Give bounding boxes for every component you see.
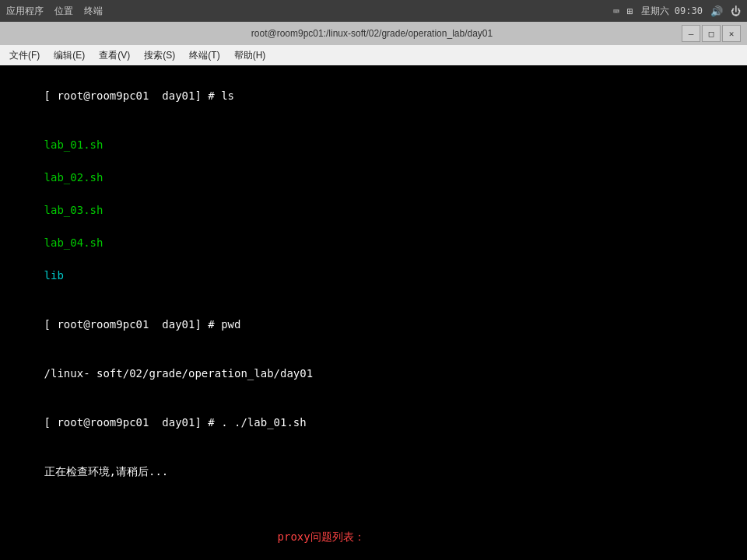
terminal-window: root@room9pc01:/linux-soft/02/grade/oper… bbox=[0, 22, 747, 560]
checking-output: 正在检查环境,请稍后... bbox=[5, 447, 742, 496]
prompt-ls: [ root@room9pc01 day01] # bbox=[44, 89, 222, 102]
close-button[interactable]: ✕ bbox=[722, 25, 741, 42]
prompt-pwd: [ root@room9pc01 day01] # bbox=[44, 318, 222, 331]
file-lab02: lab_02.sh bbox=[44, 171, 103, 184]
pwd-output: /linux- soft/02/grade/operation_lab/day0… bbox=[5, 349, 742, 398]
empty-line-1 bbox=[5, 496, 742, 513]
cmd-pwd: pwd bbox=[221, 318, 240, 331]
system-bar: 应用程序 位置 终端 ⌨ ⊞ 星期六 09:30 🔊 ⏻ bbox=[0, 0, 747, 22]
system-bar-left: 应用程序 位置 终端 bbox=[6, 5, 103, 18]
menu-edit[interactable]: 编辑(E) bbox=[47, 47, 91, 64]
sound-icon: 🔊 bbox=[710, 5, 723, 17]
ls-output: lab_01.sh lab_02.sh lab_03.sh lab_04.sh … bbox=[5, 121, 742, 300]
menu-file[interactable]: 文件(F) bbox=[3, 47, 46, 64]
menu-view[interactable]: 查看(V) bbox=[93, 47, 136, 64]
menu-search[interactable]: 搜索(S) bbox=[138, 47, 181, 64]
power-icon: ⏻ bbox=[731, 5, 741, 17]
cmd-ls: ls bbox=[221, 89, 234, 102]
minimize-button[interactable]: — bbox=[682, 25, 700, 42]
location-menu[interactable]: 位置 bbox=[54, 5, 73, 18]
keyboard-icon: ⌨ bbox=[613, 5, 619, 17]
maximize-button[interactable]: □ bbox=[702, 25, 721, 42]
system-bar-right: ⌨ ⊞ 星期六 09:30 🔊 ⏻ bbox=[613, 5, 741, 18]
window-controls: — □ ✕ bbox=[682, 25, 741, 42]
menu-terminal[interactable]: 终端(T) bbox=[183, 47, 226, 64]
cmd-run: . ./lab_01.sh bbox=[221, 416, 307, 429]
terminal-titlebar: root@room9pc01:/linux-soft/02/grade/oper… bbox=[0, 22, 747, 45]
menu-help[interactable]: 帮助(H) bbox=[228, 47, 272, 64]
network-icon: ⊞ bbox=[627, 5, 633, 17]
menu-bar: 文件(F) 编辑(E) 查看(V) 搜索(S) 终端(T) 帮助(H) bbox=[0, 45, 747, 65]
terminal-content[interactable]: [ root@room9pc01 day01] # ls lab_01.sh l… bbox=[0, 65, 747, 560]
apps-menu[interactable]: 应用程序 bbox=[6, 5, 44, 18]
system-time: 星期六 09:30 bbox=[641, 5, 703, 18]
terminal-menu[interactable]: 终端 bbox=[84, 5, 103, 18]
proxy-title: proxy问题列表： bbox=[278, 530, 365, 543]
file-lib: lib bbox=[44, 269, 64, 282]
prompt-run: [ root@room9pc01 day01] # bbox=[44, 416, 222, 429]
proxy-title-line: proxy问题列表： bbox=[5, 513, 742, 560]
file-lab01: lab_01.sh bbox=[44, 138, 103, 151]
file-lab04: lab_04.sh bbox=[44, 236, 103, 249]
file-lab03: lab_03.sh bbox=[44, 204, 103, 216]
terminal-title: root@room9pc01:/linux-soft/02/grade/oper… bbox=[62, 28, 682, 39]
